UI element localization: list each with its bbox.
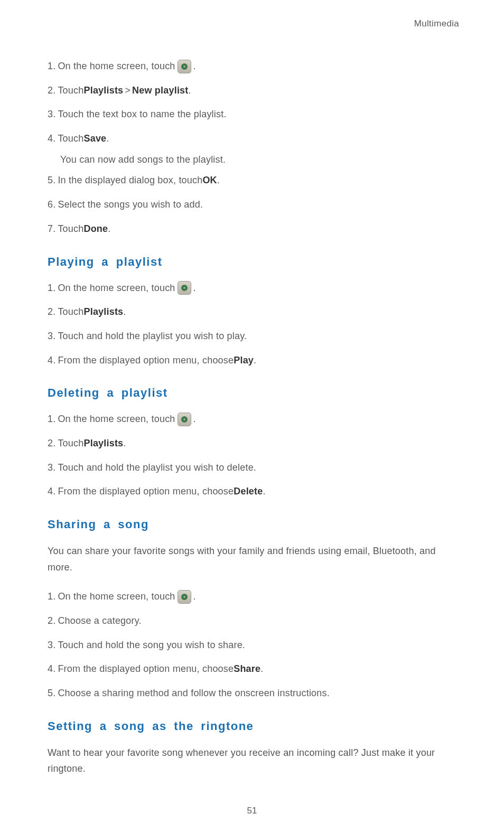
bold-term: Play — [234, 353, 254, 369]
step-number: 2. — [48, 304, 55, 320]
svg-point-5 — [183, 418, 185, 420]
step-item: 2. Choose a category. — [48, 613, 459, 629]
step-text: On the home screen, touch — [58, 411, 175, 427]
step-text: On the home screen, touch — [58, 280, 175, 296]
step-item: 7. Touch Done . — [48, 221, 459, 237]
step-item: 4. From the displayed option menu, choos… — [48, 484, 459, 500]
step-number: 7. — [48, 221, 55, 237]
svg-point-3 — [183, 287, 185, 289]
page-header-label: Multimedia — [48, 18, 459, 29]
page-number: 51 — [0, 806, 504, 816]
step-text: . — [217, 173, 220, 189]
step-text: . — [123, 436, 126, 452]
step-number: 2. — [48, 83, 55, 99]
step-number: 1. — [48, 280, 55, 296]
step-text: Touch and hold the playlist you wish to … — [58, 329, 247, 344]
step-text: Touch — [58, 436, 83, 452]
section-heading-playing: Playing a playlist — [48, 255, 459, 269]
step-item: 3. Touch the text box to name the playli… — [48, 107, 459, 123]
step-text: . — [193, 280, 196, 296]
step-text: On the home screen, touch — [58, 59, 175, 74]
music-app-icon — [178, 281, 191, 295]
step-text: . — [108, 221, 110, 237]
step-text: . — [263, 484, 265, 500]
step-text: From the displayed option menu, choose — [58, 484, 234, 500]
step-text: . — [193, 589, 196, 605]
step-item: 4. Touch Save . — [48, 131, 459, 147]
step-item: 2. Touch Playlists > New playlist . — [48, 83, 459, 99]
intro-text: You can share your favorite songs with y… — [48, 543, 459, 575]
step-item: 1. On the home screen, touch . — [48, 59, 459, 74]
step-text: Touch and hold the playlist you wish to … — [58, 460, 256, 476]
step-number: 5. — [48, 173, 55, 189]
step-number: 4. — [48, 353, 55, 369]
step-item: 1. On the home screen, touch . — [48, 411, 459, 427]
section-heading-deleting: Deleting a playlist — [48, 386, 459, 400]
step-text: . — [254, 353, 256, 369]
bold-term: Playlists — [83, 83, 123, 99]
step-text: Touch the text box to name the playlist. — [58, 107, 226, 123]
step-text: Touch and hold the song you wish to shar… — [58, 638, 245, 653]
step-list-playing: 1. On the home screen, touch . 2. Touch … — [48, 280, 459, 369]
step-text: From the displayed option menu, choose — [58, 661, 234, 677]
step-list-deleting: 1. On the home screen, touch . 2. Touch … — [48, 411, 459, 500]
step-text: Touch — [58, 304, 83, 320]
step-item: 5. In the displayed dialog box, touch OK… — [48, 173, 459, 189]
bold-term: Playlists — [83, 304, 123, 320]
bold-term: New playlist — [132, 83, 188, 99]
section-heading-sharing: Sharing a song — [48, 518, 459, 531]
step-number: 2. — [48, 613, 55, 629]
step-item: 6. Select the songs you wish to add. — [48, 197, 459, 213]
step-text: Choose a category. — [58, 613, 141, 629]
step-item: 1. On the home screen, touch . — [48, 589, 459, 605]
step-item: 2. Touch Playlists . — [48, 304, 459, 320]
step-item: 3. Touch and hold the song you wish to s… — [48, 638, 459, 653]
step-list-create: 1. On the home screen, touch . 2. Touch … — [48, 59, 459, 237]
step-item: 2. Touch Playlists . — [48, 436, 459, 452]
note-text: You can now add songs to the playlist. — [60, 152, 459, 168]
step-item: 3. Touch and hold the playlist you wish … — [48, 329, 459, 344]
step-number: 2. — [48, 436, 55, 452]
bold-term: OK — [202, 173, 217, 189]
music-app-icon — [178, 60, 191, 73]
step-item: 4. From the displayed option menu, choos… — [48, 661, 459, 677]
step-number: 4. — [48, 661, 55, 677]
step-text: Select the songs you wish to add. — [58, 197, 203, 213]
step-item: 5. Choose a sharing method and follow th… — [48, 686, 459, 701]
step-item: 1. On the home screen, touch . — [48, 280, 459, 296]
step-number: 5. — [48, 686, 55, 701]
step-text: Touch — [58, 131, 83, 147]
step-number: 6. — [48, 197, 55, 213]
step-number: 3. — [48, 460, 55, 476]
step-number: 3. — [48, 329, 55, 344]
separator: > — [125, 83, 130, 99]
step-text: Choose a sharing method and follow the o… — [58, 686, 330, 701]
bold-term: Save — [83, 131, 106, 147]
bold-term: Share — [234, 661, 260, 677]
intro-text: Want to hear your favorite song whenever… — [48, 745, 459, 777]
step-number: 4. — [48, 484, 55, 500]
step-list-sharing: 1. On the home screen, touch . 2. Choose… — [48, 589, 459, 701]
step-text: From the displayed option menu, choose — [58, 353, 234, 369]
svg-point-7 — [183, 596, 185, 597]
step-number: 3. — [48, 638, 55, 653]
step-text: . — [188, 83, 191, 99]
step-number: 1. — [48, 59, 55, 74]
step-text: . — [260, 661, 263, 677]
step-text: In the displayed dialog box, touch — [58, 173, 202, 189]
step-number: 1. — [48, 411, 55, 427]
step-text: . — [123, 304, 126, 320]
step-number: 1. — [48, 589, 55, 605]
step-item: 3. Touch and hold the playlist you wish … — [48, 460, 459, 476]
svg-point-1 — [183, 65, 185, 67]
bold-term: Done — [83, 221, 108, 237]
bold-term: Playlists — [83, 436, 123, 452]
bold-term: Delete — [234, 484, 263, 500]
section-heading-ringtone: Setting a song as the ringtone — [48, 719, 459, 733]
music-app-icon — [178, 590, 191, 604]
step-text: Touch — [58, 221, 83, 237]
step-text: . — [106, 131, 109, 147]
music-app-icon — [178, 413, 191, 426]
step-text: . — [193, 59, 196, 74]
step-text: . — [193, 411, 196, 427]
